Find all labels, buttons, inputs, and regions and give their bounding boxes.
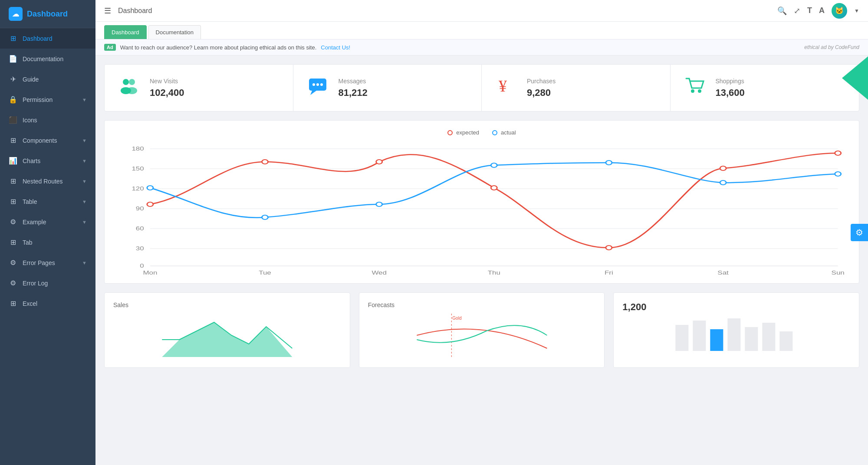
svg-text:Gold: Gold [452, 316, 461, 321]
avatar[interactable]: 🐱 [832, 3, 847, 19]
chart-legend: expected actual [113, 129, 850, 136]
tab-dashboard[interactable]: Dashboard [104, 25, 147, 39]
actual-dot [492, 130, 497, 135]
permission-icon: 🔒 [9, 95, 17, 104]
sidebar-item-label: Excel [23, 300, 87, 307]
search-icon[interactable]: 🔍 [777, 6, 787, 16]
svg-point-10 [691, 89, 694, 93]
avatar-dropdown-arrow[interactable]: ▼ [854, 8, 859, 14]
ad-text: Want to reach our audience? Learn more a… [120, 44, 317, 51]
tab-icon: ⊞ [9, 238, 17, 246]
dashboard-icon: ⊞ [9, 34, 17, 43]
svg-rect-56 [763, 323, 776, 351]
sidebar-item-excel[interactable]: ⊞ Excel [0, 293, 95, 314]
stat-card-shoppings: Shoppings 13,600 [671, 65, 859, 111]
svg-point-45 [606, 160, 612, 165]
example-icon: ⚙ [9, 218, 17, 226]
svg-marker-5 [310, 91, 316, 95]
expected-label: expected [456, 129, 479, 136]
svg-text:Thu: Thu [488, 270, 500, 275]
sidebar-item-error-log[interactable]: ⚙ Error Log [0, 273, 95, 293]
svg-point-40 [835, 151, 841, 155]
components-icon: ⊞ [9, 136, 17, 144]
sidebar-item-documentation[interactable]: 📄 Documentation [0, 49, 95, 69]
chevron-down-icon: ▼ [82, 179, 87, 184]
stat-info-messages: Messages 81,212 [339, 78, 368, 98]
ad-banner: Ad Want to reach our audience? Learn mor… [95, 39, 868, 56]
svg-point-35 [262, 160, 268, 164]
svg-text:90: 90 [136, 206, 144, 211]
chevron-down-icon: ▼ [82, 138, 87, 143]
svg-point-8 [320, 83, 323, 86]
sidebar-item-permission[interactable]: 🔒 Permission ▼ [0, 89, 95, 110]
settings-fab[interactable]: ⚙ [851, 224, 868, 241]
sidebar-item-label: Error Log [23, 280, 87, 287]
svg-text:0: 0 [140, 263, 144, 269]
svg-point-47 [835, 172, 841, 176]
sidebar-item-table[interactable]: ⊞ Table ▼ [0, 191, 95, 212]
svg-point-43 [376, 202, 382, 206]
svg-point-3 [127, 87, 137, 94]
ad-link[interactable]: Contact Us! [321, 44, 350, 51]
svg-point-41 [147, 186, 153, 190]
svg-point-39 [720, 166, 726, 170]
tab-documentation[interactable]: Documentation [148, 25, 201, 39]
fullscreen-icon[interactable]: ⤢ [794, 6, 800, 16]
svg-point-7 [316, 83, 319, 86]
sidebar-item-icons[interactable]: ⬛ Icons [0, 110, 95, 130]
stat-card-purchases: ¥ Purchases 9,280 [482, 65, 671, 111]
stat-value: 102,400 [150, 87, 184, 98]
sidebar-item-components[interactable]: ⊞ Components ▼ [0, 130, 95, 151]
sidebar-item-label: Table [23, 198, 77, 205]
expected-dot [447, 130, 453, 135]
sidebar-item-dashboard[interactable]: ⊞ Dashboard [0, 28, 95, 49]
stat-info-visits: New Visits 102,400 [150, 78, 184, 98]
svg-text:60: 60 [136, 226, 144, 231]
header-icons: 🔍 ⤢ T A 🐱 ▼ [777, 3, 859, 19]
sidebar-item-example[interactable]: ⚙ Example ▼ [0, 212, 95, 232]
bottom-charts: Sales Forecasts Gold 1,200 [104, 292, 859, 368]
line-chart-area: 180 150 120 90 60 30 0 Mon Tue Wed Thu F… [113, 140, 850, 279]
svg-text:120: 120 [132, 186, 144, 191]
ad-credit: ethical ad by CodeFund [804, 44, 859, 50]
sales-chart-svg [113, 314, 341, 357]
main-content: ☰ Dashboard 🔍 ⤢ T A 🐱 ▼ Dashboard Docume… [95, 0, 868, 465]
chevron-down-icon: ▼ [82, 97, 87, 102]
actual-label: actual [501, 129, 516, 136]
bottom-chart-sales: Sales [104, 292, 350, 368]
sidebar-item-label: Permission [23, 96, 77, 103]
bottom-chart-forecasts: Forecasts Gold [359, 292, 605, 368]
svg-text:Mon: Mon [143, 270, 157, 275]
sidebar-item-nested-routes[interactable]: ⊞ Nested Routes ▼ [0, 171, 95, 191]
sidebar-logo[interactable]: ☁ Dashboard [0, 0, 95, 28]
stat-label: New Visits [150, 78, 184, 85]
purchases-icon: ¥ [494, 75, 518, 101]
svg-rect-57 [780, 331, 793, 351]
stats-grid: New Visits 102,400 Messages 81,21 [104, 64, 859, 111]
guide-icon: ✈ [9, 75, 17, 83]
forecasts-chart-svg: Gold [368, 314, 596, 357]
font-size-icon[interactable]: T [807, 6, 812, 15]
svg-text:30: 30 [136, 246, 144, 251]
hamburger-button[interactable]: ☰ [104, 6, 111, 16]
svg-point-46 [720, 180, 726, 185]
svg-point-11 [698, 89, 701, 93]
sidebar-item-tab[interactable]: ⊞ Tab [0, 232, 95, 252]
translate-icon[interactable]: A [819, 6, 825, 15]
charts-icon: 📊 [9, 157, 17, 165]
stat-info-shoppings: Shoppings 13,600 [716, 78, 745, 98]
shoppings-icon [683, 75, 707, 101]
svg-text:Wed: Wed [372, 270, 387, 275]
ad-badge: Ad [104, 44, 116, 51]
stat-label: Shoppings [716, 78, 745, 85]
sidebar-item-label: Charts [23, 157, 77, 164]
svg-rect-51 [676, 325, 689, 351]
forecasts-chart-title: Forecasts [368, 301, 596, 308]
chevron-down-icon: ▼ [82, 199, 87, 204]
svg-rect-54 [728, 318, 741, 351]
sidebar-item-error-pages[interactable]: ⚙ Error Pages ▼ [0, 252, 95, 273]
stat-label: Purchases [527, 78, 556, 85]
icons-icon: ⬛ [9, 116, 17, 124]
sidebar-item-charts[interactable]: 📊 Charts ▼ [0, 151, 95, 171]
sidebar-item-guide[interactable]: ✈ Guide [0, 69, 95, 89]
